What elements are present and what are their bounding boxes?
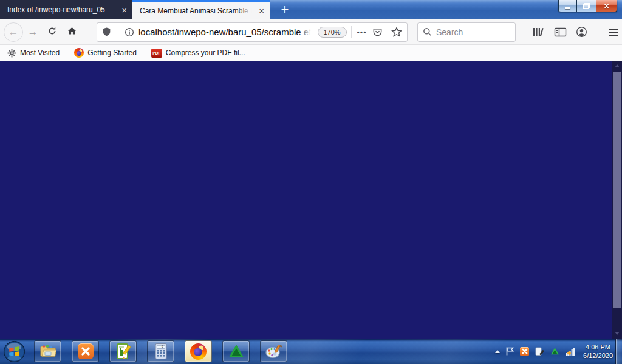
home-icon bbox=[67, 26, 77, 38]
search-icon bbox=[423, 27, 432, 36]
page-info-icon[interactable] bbox=[125, 27, 134, 37]
vertical-scrollbar[interactable] bbox=[612, 61, 622, 339]
reload-icon bbox=[47, 26, 57, 38]
tab-close-icon[interactable]: × bbox=[120, 5, 129, 15]
taskbar-google-drive[interactable] bbox=[222, 340, 250, 362]
menu-icon[interactable] bbox=[609, 27, 618, 38]
bookmark-label: Getting Started bbox=[87, 49, 137, 57]
zoom-level-indicator[interactable]: 170% bbox=[318, 27, 347, 38]
gear-icon bbox=[7, 49, 16, 58]
show-desktop-button[interactable] bbox=[615, 339, 622, 364]
urlbar-divider bbox=[351, 26, 352, 38]
network-no-internet-icon[interactable] bbox=[565, 347, 575, 356]
firefox-icon bbox=[190, 343, 207, 360]
chevron-down-icon bbox=[615, 332, 620, 335]
taskbar-clock[interactable]: 4:06 PM 6/12/2020 bbox=[583, 343, 613, 360]
tab-close-icon[interactable]: × bbox=[257, 6, 266, 15]
back-button[interactable]: ← bbox=[4, 22, 23, 42]
tab-cara-membuat-animasi[interactable]: Cara Membuat Animasi Scramble T × bbox=[132, 0, 270, 19]
minimize-icon bbox=[565, 7, 570, 9]
taskbar-paint[interactable] bbox=[260, 340, 287, 362]
bookmark-getting-started[interactable]: Getting Started bbox=[74, 48, 137, 58]
url-bar[interactable]: localhost/inwepo-new/baru_05/scramble ef… bbox=[97, 22, 408, 42]
taskbar-windows-explorer[interactable] bbox=[34, 340, 61, 362]
scroll-down-button[interactable] bbox=[612, 328, 622, 339]
restore-icon bbox=[583, 3, 590, 9]
scrollbar-thumb[interactable] bbox=[613, 72, 621, 308]
scroll-up-button[interactable] bbox=[612, 61, 622, 71]
bookmark-label: Compress your PDF fil... bbox=[166, 49, 245, 57]
action-center-flag-icon[interactable] bbox=[505, 346, 514, 356]
notepad-plus-plus-icon bbox=[115, 343, 131, 360]
toolbar-right-icons bbox=[533, 25, 618, 39]
search-input[interactable] bbox=[436, 27, 510, 37]
bookmarks-toolbar: Most Visited Getting Started PDF Compres… bbox=[0, 45, 622, 61]
urlbar-divider bbox=[120, 26, 120, 38]
new-tab-button[interactable]: + bbox=[275, 0, 295, 19]
url-value: localhost/inwepo-new/baru_05/scramble ef… bbox=[138, 27, 314, 37]
calculator-icon: 0 bbox=[154, 343, 168, 360]
hamburger-bars bbox=[609, 32, 618, 33]
xampp-tray-icon[interactable] bbox=[520, 347, 529, 356]
xampp-icon bbox=[78, 343, 94, 359]
url-text[interactable]: localhost/inwepo-new/baru_05/scramble ef… bbox=[138, 27, 314, 37]
navigation-toolbar: ← → localhost/inwepo-new/baru_05/scrambl… bbox=[0, 19, 622, 45]
url-fade bbox=[298, 27, 314, 37]
sidebar-icon[interactable] bbox=[554, 27, 567, 38]
browser-titlebar: Index of /inwepo-new/baru_05 × Cara Memb… bbox=[0, 0, 622, 19]
taskbar-calculator[interactable]: 0 bbox=[147, 340, 174, 362]
clock-date: 6/12/2020 bbox=[583, 351, 613, 360]
close-window-button[interactable]: × bbox=[596, 0, 617, 12]
search-bar[interactable] bbox=[417, 22, 516, 42]
show-hidden-icons-button[interactable] bbox=[495, 350, 500, 353]
google-drive-icon bbox=[228, 343, 245, 359]
system-tray: 4:06 PM 6/12/2020 bbox=[495, 339, 613, 364]
home-button[interactable] bbox=[62, 22, 81, 42]
firefox-icon bbox=[74, 48, 84, 58]
firefox-window: Index of /inwepo-new/baru_05 × Cara Memb… bbox=[0, 0, 622, 364]
window-controls: × bbox=[558, 0, 617, 12]
google-drive-tray-icon[interactable] bbox=[550, 347, 559, 356]
library-icon[interactable] bbox=[533, 27, 545, 38]
tab-title-fade bbox=[234, 4, 255, 19]
power-plug-icon[interactable] bbox=[535, 346, 545, 357]
tab-index-of-baru05[interactable]: Index of /inwepo-new/baru_05 × bbox=[0, 0, 132, 19]
chevron-up-icon bbox=[615, 64, 620, 67]
page-actions-icon[interactable]: ••• bbox=[357, 29, 367, 36]
close-icon: × bbox=[604, 1, 609, 11]
windows-taskbar: 0 bbox=[0, 339, 622, 364]
taskbar-xampp[interactable] bbox=[72, 340, 99, 362]
page-content bbox=[0, 61, 622, 339]
toolbar-divider bbox=[598, 25, 598, 39]
tab-title: Index of /inwepo-new/baru_05 bbox=[7, 5, 116, 14]
reload-button[interactable] bbox=[43, 22, 62, 42]
minimize-button[interactable] bbox=[558, 0, 577, 12]
start-button[interactable] bbox=[2, 340, 26, 363]
restore-button[interactable] bbox=[577, 0, 596, 12]
bookmark-label: Most Visited bbox=[20, 49, 60, 57]
explorer-folder-icon bbox=[39, 344, 56, 359]
clock-time: 4:06 PM bbox=[586, 343, 610, 351]
taskbar-firefox[interactable] bbox=[185, 340, 212, 362]
paint-palette-icon bbox=[265, 343, 283, 359]
windows-logo-icon bbox=[3, 340, 26, 363]
forward-button[interactable]: → bbox=[23, 22, 43, 42]
bookmark-star-icon[interactable] bbox=[391, 27, 402, 37]
account-icon[interactable] bbox=[576, 26, 587, 38]
pdf-icon: PDF bbox=[151, 49, 162, 58]
tracking-protection-shield-icon[interactable] bbox=[102, 27, 111, 37]
taskbar-notepad-plus-plus[interactable] bbox=[109, 340, 137, 362]
bookmark-compress-pdf[interactable]: PDF Compress your PDF fil... bbox=[151, 49, 245, 58]
bookmark-most-visited[interactable]: Most Visited bbox=[7, 49, 60, 58]
pocket-icon[interactable] bbox=[372, 27, 383, 37]
